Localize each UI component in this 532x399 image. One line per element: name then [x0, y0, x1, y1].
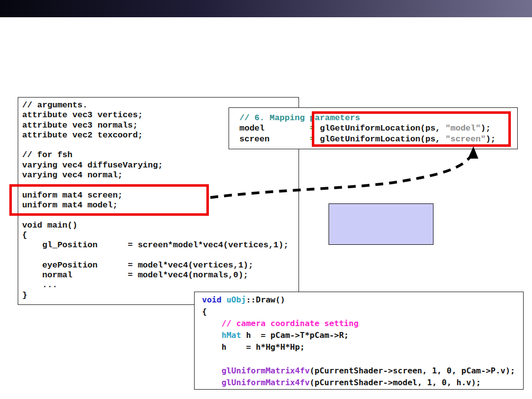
top-gradient-bar — [0, 0, 532, 17]
code-line: hMat h = pCam->T*pCam->R; — [202, 330, 523, 341]
slide-canvas: // arguments.attribute vec3 vertices;att… — [0, 0, 532, 399]
code-line: glUniformMatrix4fv(pCurrentShader->model… — [202, 377, 523, 389]
code-line: normal = model*vec4(normals,0); — [22, 270, 299, 280]
code-line: gl_Position = screen*model*vec4(vertices… — [22, 240, 299, 250]
code-line: { — [202, 306, 523, 318]
code-line: { — [22, 231, 299, 240]
highlight-get-uniform-location — [312, 111, 511, 147]
code-line: ... — [22, 280, 299, 290]
code-line: varying vec4 normal; — [22, 170, 299, 180]
code-line: varying vec4 diffuseVarying; — [22, 161, 299, 170]
code-line: void main() — [22, 221, 299, 231]
code-line: // for fsh — [22, 150, 299, 160]
code-line: eyePosition = model*vec4(vertices,1); — [22, 261, 299, 270]
callout-rectangle — [329, 203, 433, 245]
code-line: glUniformMatrix4fv(pCurrentShader->scree… — [202, 365, 523, 377]
code-line: // camera coordinate setting — [202, 318, 523, 330]
code-line: h = h*Hg*H*Hp; — [202, 341, 523, 353]
highlight-uniform-declarations — [9, 184, 209, 216]
code-line: void uObj::Draw() — [202, 294, 523, 306]
code-line — [202, 353, 523, 365]
draw-function-code-box: void uObj::Draw(){ // camera coordinate … — [194, 292, 524, 390]
code-line — [22, 250, 299, 260]
